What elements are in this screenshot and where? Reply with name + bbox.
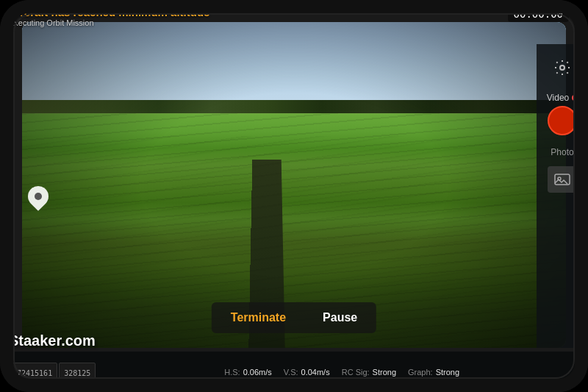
record-button[interactable] <box>548 106 577 135</box>
timer-dot <box>573 11 579 17</box>
svg-point-0 <box>560 65 564 70</box>
video-section: Video <box>537 90 588 141</box>
coord-box-2: 328125 <box>59 363 96 382</box>
vs-label: V.S: <box>284 368 298 377</box>
graph-label: Graph: <box>408 368 433 377</box>
action-buttons: Terminate Pause <box>212 302 376 333</box>
graph-status: Graph: Strong <box>408 368 459 377</box>
status-items: H.S: 0.06m/s V.S: 0.04m/s RC Sig: Strong… <box>107 368 576 377</box>
gallery-icon <box>554 172 570 187</box>
rc-status: RC Sig: Strong <box>342 368 396 377</box>
coord-box-1: 72415161 <box>12 363 57 382</box>
pause-button[interactable]: Pause <box>305 304 375 332</box>
alert-title: Aircraft has reached minimum altitude <box>9 6 508 18</box>
rc-value: Strong <box>373 368 396 377</box>
hs-status: H.S: 0.06m/s <box>224 368 272 377</box>
photo-button[interactable]: Photo <box>551 147 573 157</box>
coord-2: 328125 <box>64 369 90 377</box>
location-pin[interactable] <box>28 186 49 207</box>
vs-value: 0.04m/s <box>301 368 330 377</box>
alert-section: Aircraft has reached minimum altitude Ex… <box>9 6 508 27</box>
pin-icon <box>24 182 53 211</box>
rc-label: RC Sig: <box>342 368 370 377</box>
right-sidebar: Video Photo <box>537 44 588 348</box>
vs-status: V.S: 0.04m/s <box>284 368 330 377</box>
timer-display: 00:00:00 <box>508 6 569 22</box>
svg-rect-1 <box>555 174 570 185</box>
settings-button[interactable] <box>546 51 578 84</box>
timer-section: 00:00:00 <box>508 6 579 22</box>
graph-value: Strong <box>436 368 459 377</box>
video-label: Video <box>547 93 578 103</box>
pin-inner <box>35 193 42 200</box>
coordinates-section: 72415161 328125 <box>12 363 96 382</box>
alert-subtitle: Executing Orbit Mission <box>9 18 508 27</box>
top-hud: Aircraft has reached minimum altitude Ex… <box>0 0 588 44</box>
main-container: Aircraft has reached minimum altitude Ex… <box>0 0 588 392</box>
camera-view <box>22 22 566 348</box>
watermark: Staaker.com <box>9 332 96 349</box>
gear-icon <box>553 59 571 76</box>
bottom-status-bar: 72415161 328125 H.S: 0.06m/s V.S: 0.04m/… <box>0 352 588 392</box>
gallery-button[interactable] <box>548 166 577 193</box>
horizon-line <box>22 113 566 114</box>
hs-label: H.S: <box>224 368 240 377</box>
hs-value: 0.06m/s <box>243 368 272 377</box>
record-indicator <box>572 95 578 101</box>
coord-1: 72415161 <box>17 369 52 377</box>
watermark-text: Staaker.com <box>9 332 96 349</box>
terminate-button[interactable]: Terminate <box>213 304 304 332</box>
